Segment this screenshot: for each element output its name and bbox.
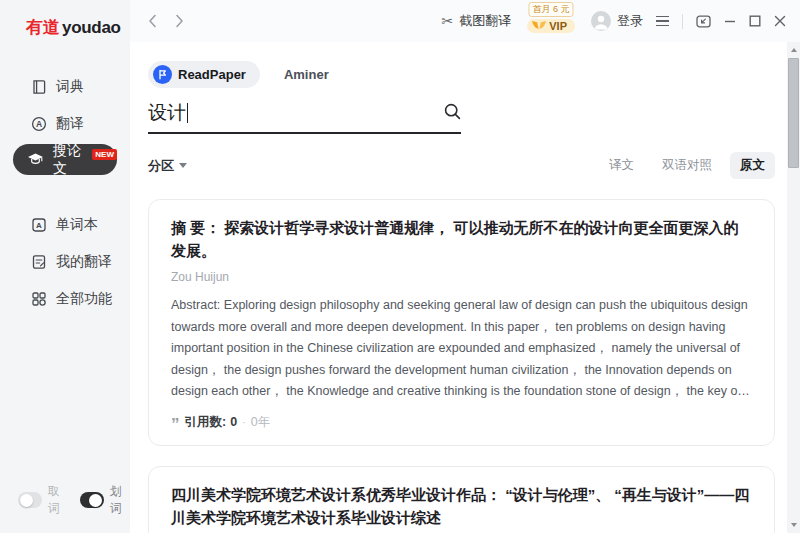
close-icon[interactable] <box>774 15 786 27</box>
word-capture-label: 取词 <box>48 483 68 517</box>
sidebar-item-my-translations[interactable]: 我的翻译 <box>0 245 130 278</box>
new-badge: NEW <box>92 149 117 160</box>
topbar-divider <box>682 14 683 29</box>
toggle-knob <box>20 494 33 507</box>
tab-aminer[interactable]: Aminer <box>284 67 329 82</box>
back-icon[interactable] <box>148 14 157 28</box>
tab-readpaper-label: ReadPaper <box>178 67 246 82</box>
forward-icon[interactable] <box>175 14 184 28</box>
scrollbar[interactable] <box>787 42 800 533</box>
menu-icon[interactable] <box>656 16 669 27</box>
paper-title[interactable]: 摘 要： 探索设计哲学寻求设计普通规律， 可以推动无所不在的设计向更全面更深入的… <box>171 216 752 262</box>
word-select-label: 划词 <box>110 483 130 517</box>
view-mode-switch: 译文 双语对照 原文 <box>599 152 775 179</box>
sidebar-item-label: 翻译 <box>56 115 84 133</box>
sidebar-item-translate[interactable]: A 翻译 <box>0 107 130 140</box>
paper-year: 0年 <box>251 414 270 431</box>
screenshot-translate-button[interactable]: 截图翻译 <box>459 12 511 30</box>
view-mode-translation[interactable]: 译文 <box>599 152 644 179</box>
grid-icon <box>30 290 47 307</box>
sidebar-item-dictionary[interactable]: 词典 <box>0 70 130 103</box>
search-input[interactable]: 设计 <box>148 100 461 134</box>
mini-window-icon[interactable] <box>696 15 711 28</box>
citations-value: 0 <box>230 415 237 429</box>
text-cursor <box>187 103 188 123</box>
meta-separator: · <box>242 416 246 428</box>
readpaper-logo-icon <box>153 65 172 84</box>
search-query-text: 设计 <box>148 100 186 126</box>
youdao-logo: 有道youdao <box>26 16 121 39</box>
sidebar-item-wordbook[interactable]: A 单词本 <box>0 208 130 241</box>
vip-promo-tag: 首月 6 元 <box>529 2 574 17</box>
avatar[interactable] <box>591 11 611 31</box>
sidebar: 有道youdao 词典 A 翻译 搜论文 NEW <box>0 0 130 533</box>
circle-a-icon: A <box>30 115 47 132</box>
book-icon <box>30 78 47 95</box>
graduation-cap-icon <box>27 151 44 168</box>
sidebar-item-label: 词典 <box>56 78 84 96</box>
filter-label: 分区 <box>148 157 174 175</box>
citations-label: 引用数: <box>185 414 227 431</box>
view-mode-original[interactable]: 原文 <box>730 152 775 179</box>
paper-card[interactable]: 摘 要： 探索设计哲学寻求设计普通规律， 可以推动无所不在的设计向更全面更深入的… <box>148 199 775 446</box>
source-tabs: ReadPaper Aminer <box>148 61 775 88</box>
svg-text:A: A <box>36 221 42 230</box>
svg-text:A: A <box>35 119 41 129</box>
paper-title[interactable]: 四川美术学院环境艺术设计系优秀毕业设计作品： “设计与伦理”、 “再生与设计”—… <box>171 483 752 529</box>
sidebar-item-label: 搜论文 <box>53 142 88 178</box>
main-content: ReadPaper Aminer 设计 分区 译文 双语对照 原文 <box>130 42 787 533</box>
capture-toggles: 取词 划词 <box>18 483 130 517</box>
logo-cn: 有道 <box>26 18 60 37</box>
logo-en: youdao <box>62 18 121 37</box>
wings-icon <box>531 20 547 32</box>
maximize-icon[interactable] <box>749 15 761 27</box>
topbar: ✂ 截图翻译 首月 6 元 VIP 登录 <box>130 0 800 42</box>
document-pen-icon <box>30 253 47 270</box>
toggle-knob <box>89 494 102 507</box>
sidebar-item-paper-search[interactable]: 搜论文 NEW <box>13 144 117 175</box>
tab-readpaper[interactable]: ReadPaper <box>148 61 260 88</box>
category-filter-dropdown[interactable]: 分区 <box>148 157 187 175</box>
scissors-icon[interactable]: ✂ <box>442 13 454 29</box>
paper-abstract: Abstract: Exploring design philosophy an… <box>171 295 752 403</box>
vip-pill: VIP <box>527 19 575 33</box>
word-select-toggle[interactable] <box>80 492 104 508</box>
wordbook-icon: A <box>30 216 47 233</box>
filter-row: 分区 译文 双语对照 原文 <box>148 152 775 179</box>
scroll-up-icon[interactable] <box>791 48 797 52</box>
word-capture-toggle[interactable] <box>18 492 42 508</box>
nav-group-gap <box>0 182 130 208</box>
vip-label: VIP <box>549 20 567 32</box>
app-window: 有道youdao 词典 A 翻译 搜论文 NEW <box>0 0 800 533</box>
sidebar-item-all-features[interactable]: 全部功能 <box>0 282 130 315</box>
sidebar-item-label: 我的翻译 <box>56 253 112 271</box>
view-mode-bilingual[interactable]: 双语对照 <box>652 152 722 179</box>
scrollbar-thumb[interactable] <box>788 58 799 168</box>
chevron-down-icon <box>179 163 187 168</box>
sidebar-item-label: 单词本 <box>56 216 98 234</box>
paper-meta: ” 引用数: 0 · 0年 <box>171 414 752 431</box>
paper-card[interactable]: 四川美术学院环境艺术设计系优秀毕业设计作品： “设计与伦理”、 “再生与设计”—… <box>148 466 775 533</box>
scroll-down-icon[interactable] <box>791 523 797 527</box>
minimize-icon[interactable] <box>724 15 736 27</box>
vip-button[interactable]: 首月 6 元 VIP <box>527 19 575 33</box>
quote-icon: ” <box>171 421 180 429</box>
topbar-right: ✂ 截图翻译 首月 6 元 VIP 登录 <box>442 0 788 42</box>
sidebar-nav: 词典 A 翻译 搜论文 NEW A 单词本 <box>0 70 130 319</box>
history-nav <box>148 0 184 42</box>
login-button[interactable]: 登录 <box>617 12 643 30</box>
search-icon[interactable] <box>444 103 461 124</box>
paper-authors: Zou Huijun <box>171 270 752 284</box>
sidebar-item-label: 全部功能 <box>56 290 112 308</box>
